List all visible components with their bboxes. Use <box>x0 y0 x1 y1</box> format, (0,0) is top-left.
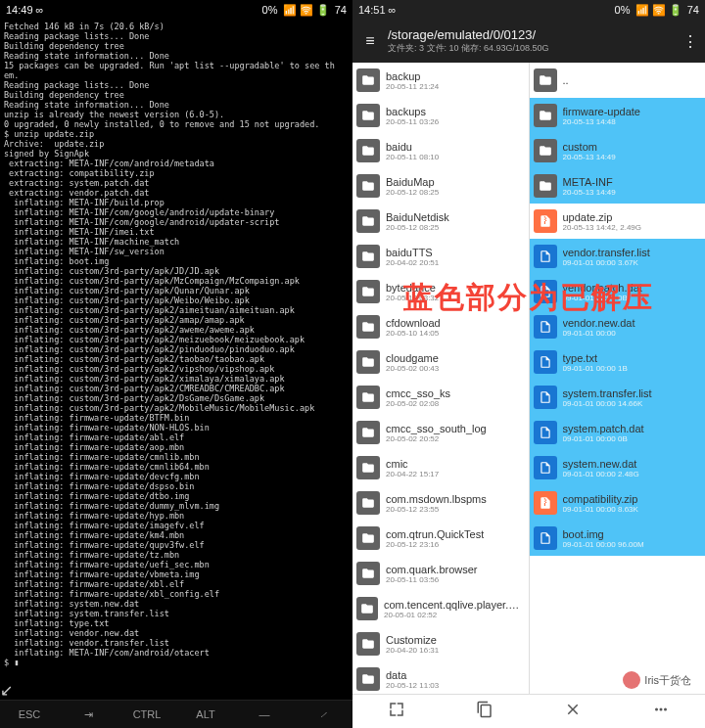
item-name: com.msdown.lbspms <box>386 493 487 505</box>
item-name: system.patch.dat <box>563 423 644 434</box>
list-item[interactable]: META-INF20-05-13 14:49 <box>530 168 706 204</box>
item-meta: 09-01-01 00:00 <box>563 329 635 338</box>
item-name: cmic <box>386 458 439 470</box>
list-item[interactable]: firmware-update20-05-13 14:48 <box>530 98 706 133</box>
list-item[interactable]: custom20-05-13 14:49 <box>530 133 706 168</box>
item-meta: 09-01-01 00:00 14.66K <box>563 399 652 408</box>
item-name: vendor.new.dat <box>563 317 635 329</box>
item-meta: 20-05-11 21:24 <box>386 82 439 91</box>
key-dash[interactable]: — <box>235 708 294 720</box>
item-meta: 20-05-11 08:10 <box>386 153 439 161</box>
overflow-icon[interactable]: ⋮ <box>682 32 699 51</box>
delete-icon[interactable] <box>564 701 582 722</box>
list-item[interactable]: vendor.transfer.list09-01-01 00:00 3.67K <box>530 239 706 274</box>
status-bar-left: 14:49 ∞ 0% 📶 🛜 🔋 74 <box>0 0 352 20</box>
list-item[interactable]: com.msdown.lbspms20-05-12 23:55 <box>352 485 529 521</box>
list-item[interactable]: vendor.patch.dat09-01-01 00:00 0B <box>530 274 706 309</box>
file-list-right[interactable]: ..firmware-update20-05-13 14:48custom20-… <box>530 63 706 694</box>
current-path[interactable]: /storage/emulated/0/0123/ <box>388 27 682 42</box>
list-item[interactable]: data20-05-12 11:03 <box>352 661 529 694</box>
folder-icon <box>356 632 380 656</box>
folder-icon <box>356 104 380 127</box>
item-name: update.zip <box>563 211 642 223</box>
list-item[interactable]: update.zip20-05-13 14:42, 2.49G <box>530 204 706 239</box>
battery-pct: 74 <box>687 4 699 16</box>
list-item[interactable]: com.quark.browser20-05-11 03:56 <box>352 556 529 591</box>
file-icon <box>534 386 557 409</box>
list-item[interactable]: cmcc_sso_south_log20-05-02 20:52 <box>352 415 529 450</box>
folder-icon <box>356 491 380 515</box>
path-stats: 文件夹: 3 文件: 10 储存: 64.93G/108.50G <box>388 42 682 55</box>
item-meta: 20-05-11 03:56 <box>386 575 478 584</box>
more-icon[interactable] <box>652 701 670 722</box>
list-item[interactable]: cmcc_sso_ks20-05-02 02:08 <box>352 380 529 415</box>
folder-icon <box>356 386 380 409</box>
battery-pct: 74 <box>335 4 347 16</box>
folder-icon <box>356 350 380 374</box>
key-ctrl[interactable]: CTRL <box>118 708 176 720</box>
list-item[interactable]: compatibility.zip09-01-01 00:00 8.63K <box>530 485 706 521</box>
file-icon <box>534 350 557 374</box>
list-item[interactable]: backup20-05-11 21:24 <box>352 63 529 98</box>
file-icon <box>534 245 557 268</box>
extra-keys-bar: ESC ⇥ CTRL ALT — ⟋ <box>0 700 352 728</box>
list-item[interactable]: bytedance20-05-13 03:32 <box>352 274 529 309</box>
list-item[interactable]: system.new.dat09-01-01 00:00 2.48G <box>530 450 706 485</box>
item-name: cmcc_sso_south_log <box>386 423 487 434</box>
item-meta: 20-05-13 03:32 <box>386 294 439 302</box>
list-item[interactable]: baidu20-05-11 08:10 <box>352 133 529 168</box>
item-name: backup <box>386 70 439 82</box>
item-name: com.quark.browser <box>386 564 478 575</box>
item-meta: 20-05-11 03:26 <box>386 117 439 126</box>
key-tab[interactable]: ⇥ <box>59 708 118 721</box>
item-name: vendor.patch.dat <box>563 282 642 294</box>
list-item[interactable]: vendor.new.dat09-01-01 00:00 <box>530 309 706 344</box>
list-item[interactable]: system.patch.dat09-01-01 00:00 0B <box>530 415 706 450</box>
folder-icon <box>534 139 557 162</box>
list-item[interactable]: boot.img09-01-01 00:00 96.00M <box>530 521 706 556</box>
item-meta: 20-05-12 11:03 <box>386 681 439 690</box>
folder-icon <box>356 280 380 303</box>
folder-icon <box>534 104 557 127</box>
list-item[interactable]: com.tencent.qqlive.player.meizu20-05-01 … <box>352 591 529 626</box>
status-icons: 📶 🛜 🔋 <box>283 4 330 16</box>
list-item[interactable]: type.txt09-01-01 00:00 1B <box>530 344 706 380</box>
list-item[interactable]: cmic20-04-22 15:17 <box>352 450 529 485</box>
file-list-left[interactable]: backup20-05-11 21:24backups20-05-11 03:2… <box>352 63 530 694</box>
item-name: boot.img <box>563 528 644 540</box>
annotation-arrow: ↙ <box>0 681 352 700</box>
list-item[interactable]: com.qtrun.QuickTest20-05-12 23:16 <box>352 521 529 556</box>
list-item[interactable]: baiduTTS20-04-02 20:51 <box>352 239 529 274</box>
item-name: baidu <box>386 141 439 153</box>
hamburger-icon[interactable]: ≡ <box>358 32 382 50</box>
item-name: com.qtrun.QuickTest <box>386 528 484 540</box>
item-meta: 20-05-02 00:43 <box>386 364 439 373</box>
terminal-output[interactable]: Fetched 146 kB in 7s (20.6 kB/s) Reading… <box>0 20 352 681</box>
watermark-text: Iris干货仓 <box>644 673 691 688</box>
list-item[interactable]: .. <box>530 63 706 98</box>
item-name: bytedance <box>386 282 439 294</box>
key-alt[interactable]: ALT <box>176 708 235 720</box>
select-all-icon[interactable] <box>388 701 405 722</box>
item-meta: 20-04-20 16:31 <box>386 646 439 655</box>
item-name: cmcc_sso_ks <box>386 387 450 399</box>
list-item[interactable]: system.transfer.list09-01-01 00:00 14.66… <box>530 380 706 415</box>
list-item[interactable]: backups20-05-11 03:26 <box>352 98 529 133</box>
list-item[interactable]: Customize20-04-20 16:31 <box>352 626 529 661</box>
list-item[interactable]: BaiduMap20-05-12 08:25 <box>352 168 529 204</box>
infinity-icon: ∞ <box>36 4 44 16</box>
copy-icon[interactable] <box>476 701 494 722</box>
item-name: system.transfer.list <box>563 387 652 399</box>
item-name: custom <box>563 141 616 153</box>
list-item[interactable]: cloudgame20-05-02 00:43 <box>352 344 529 380</box>
key-esc[interactable]: ESC <box>0 708 59 720</box>
item-meta: 20-05-13 14:48 <box>563 117 640 126</box>
item-meta: 20-05-10 14:05 <box>386 329 441 338</box>
archive-icon <box>534 209 557 233</box>
item-name: cloudgame <box>386 352 439 364</box>
list-item[interactable]: BaiduNetdisk20-05-12 08:25 <box>352 204 529 239</box>
list-item[interactable]: cfdownload20-05-10 14:05 <box>352 309 529 344</box>
item-meta: 09-01-01 00:00 3.67K <box>563 258 650 267</box>
key-slash[interactable]: ⟋ <box>294 708 352 720</box>
item-name: baiduTTS <box>386 247 439 258</box>
